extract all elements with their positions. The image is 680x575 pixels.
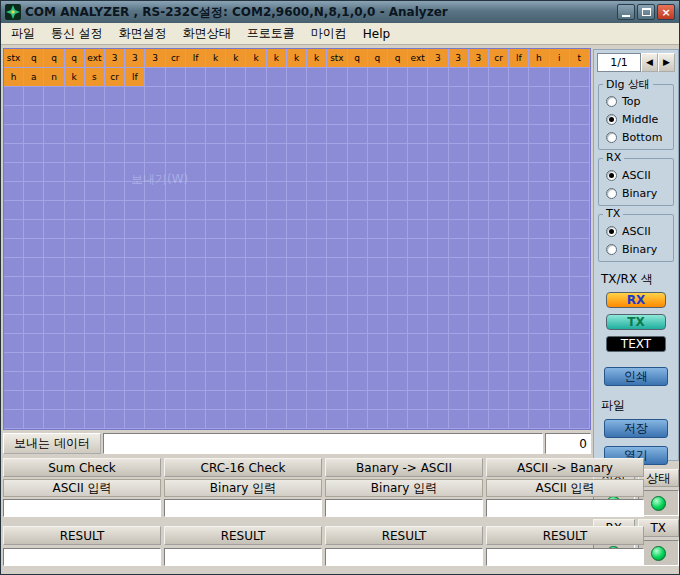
grid-cell (388, 372, 408, 391)
tool-header-button[interactable]: ASCII -> Banary (486, 458, 644, 477)
grid-cell: 3 (125, 49, 145, 68)
grid-cell (267, 277, 287, 296)
tool-result-button[interactable]: RESULT (3, 526, 161, 545)
radio-top[interactable]: Top (602, 92, 670, 110)
grid-cell (145, 391, 165, 410)
grid-cell (570, 410, 590, 429)
grid-cell (529, 220, 549, 239)
tool-input-field[interactable] (486, 499, 644, 517)
grid-cell (348, 220, 368, 239)
save-button[interactable]: 저장 (604, 419, 668, 438)
grid-cell (105, 201, 125, 220)
tool-result-button[interactable]: RESULT (486, 526, 644, 545)
print-button[interactable]: 인쇄 (604, 367, 668, 386)
grid-cell (368, 182, 388, 201)
grid-cell (65, 182, 85, 201)
send-data-input[interactable] (103, 433, 543, 454)
grid-cell (246, 239, 266, 258)
grid-cell (65, 144, 85, 163)
grid-cell (44, 296, 64, 315)
tool-result-field[interactable] (164, 548, 322, 566)
grid-cell (24, 239, 44, 258)
tool-header-button[interactable]: Sum Check (3, 458, 161, 477)
minimize-button[interactable] (617, 4, 635, 20)
menu-help[interactable]: Help (355, 24, 398, 44)
menu-screen-settings[interactable]: 화면설정 (111, 22, 175, 45)
grid-cell (529, 239, 549, 258)
radio-middle[interactable]: Middle (602, 110, 670, 128)
grid-cell (287, 201, 307, 220)
grid-cell (44, 144, 64, 163)
text-color-button[interactable]: TEXT (606, 336, 666, 352)
grid-cell (327, 334, 347, 353)
grid-cell (408, 125, 428, 144)
grid-cell (44, 372, 64, 391)
tx-color-button[interactable]: TX (606, 314, 666, 330)
grid-cell (570, 201, 590, 220)
rx-color-button[interactable]: RX (606, 292, 666, 308)
grid-cell (529, 68, 549, 87)
grid-cell (226, 125, 246, 144)
tool-result-button[interactable]: RESULT (164, 526, 322, 545)
grid-cell (408, 163, 428, 182)
radio-ascii[interactable]: ASCII (602, 222, 670, 240)
grid-cell (24, 315, 44, 334)
grid-cell: k (287, 49, 307, 68)
menu-screen-state[interactable]: 화면상태 (175, 22, 239, 45)
tool-result-field[interactable] (325, 548, 483, 566)
grid-cell (348, 334, 368, 353)
grid-cell (105, 220, 125, 239)
grid-cell (166, 201, 186, 220)
grid-cell (388, 315, 408, 334)
grid-cell (529, 258, 549, 277)
grid-cell (388, 277, 408, 296)
tool-result-field[interactable] (486, 548, 644, 566)
radio-binary[interactable]: Binary (602, 240, 670, 258)
tool-input-field[interactable] (164, 499, 322, 517)
tool-input-field[interactable] (325, 499, 483, 517)
menu-file[interactable]: 파일 (3, 22, 43, 45)
grid-cell (186, 296, 206, 315)
tool-result-button[interactable]: RESULT (325, 526, 483, 545)
grid-cell (348, 258, 368, 277)
grid-cell (469, 144, 489, 163)
grid-cell (449, 372, 469, 391)
grid-cell (550, 277, 570, 296)
send-data-button[interactable]: 보내는 데이터 (3, 433, 101, 454)
grid-cell (125, 315, 145, 334)
grid-cell (267, 410, 287, 429)
grid-cell (509, 68, 529, 87)
grid-cell (428, 125, 448, 144)
menu-protocol[interactable]: 프로토콜 (239, 22, 303, 45)
radio-ascii[interactable]: ASCII (602, 166, 670, 184)
menu-micom[interactable]: 마이컴 (303, 22, 355, 45)
page-prev-button[interactable]: ◀ (641, 53, 658, 72)
grid-cell (307, 106, 327, 125)
grid-cell (85, 334, 105, 353)
send-count-field[interactable] (545, 433, 591, 454)
close-button[interactable]: × (657, 4, 675, 20)
page-next-button[interactable]: ▶ (658, 53, 675, 72)
tool-header-button[interactable]: CRC-16 Check (164, 458, 322, 477)
tool-input-field[interactable] (3, 499, 161, 517)
tool-header-button[interactable]: Banary -> ASCII (325, 458, 483, 477)
grid-cell (105, 277, 125, 296)
menu-comm-settings[interactable]: 통신 설정 (43, 22, 111, 45)
tool-result-field[interactable] (3, 548, 161, 566)
maximize-button[interactable] (637, 4, 655, 20)
radio-binary[interactable]: Binary (602, 184, 670, 202)
grid-cell: stx (327, 49, 347, 68)
grid-cell (388, 87, 408, 106)
grid-cell: 3 (469, 49, 489, 68)
grid-cell (570, 182, 590, 201)
radio-bottom[interactable]: Bottom (602, 128, 670, 146)
data-grid[interactable]: stxqqqext333crlfkkkkkkstxqqqext333crlfhi… (3, 48, 591, 430)
grid-cell (449, 106, 469, 125)
grid-cell (267, 201, 287, 220)
grid-cell (206, 372, 226, 391)
grid-cell (4, 201, 24, 220)
grid-cell (509, 334, 529, 353)
grid-cell (529, 353, 549, 372)
grid-cell (65, 410, 85, 429)
grid-cell (408, 277, 428, 296)
